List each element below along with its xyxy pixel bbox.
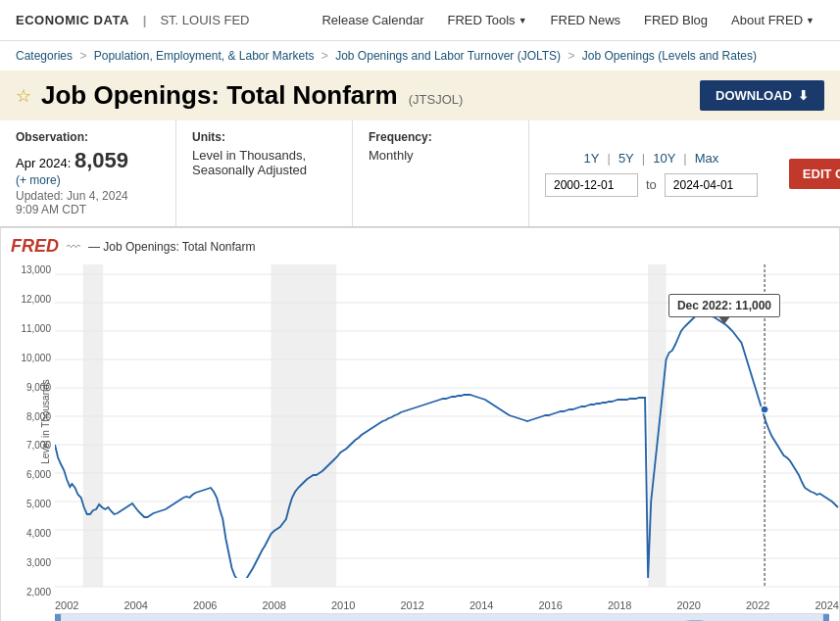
x-label-2018: 2018 (608, 599, 631, 611)
y-label-13000: 13,000 (4, 264, 51, 275)
svg-rect-0 (55, 264, 839, 578)
page-title: Job Openings: Total Nonfarm (JTSJOL) (41, 80, 463, 111)
chart-container: FRED 〰 — Job Openings: Total Nonfarm Lev… (0, 227, 840, 621)
units-label: Units: (192, 130, 336, 144)
fred-logo: FRED (11, 236, 59, 257)
y-label-2000: 2,000 (4, 587, 51, 597)
y-label-7000: 7,000 (4, 440, 51, 451)
meta-units: Units: Level in Thousands, Seasonally Ad… (176, 120, 353, 226)
y-label-9000: 9,000 (4, 382, 51, 393)
breadcrumb-jolts[interactable]: Job Openings and Labor Turnover (JOLTS) (335, 49, 561, 63)
range-5y[interactable]: 5Y (618, 151, 634, 166)
site-header: ECONOMIC DATA | ST. LOUIS FED Release Ca… (0, 0, 840, 41)
svg-rect-21 (823, 614, 829, 621)
units-value: Level in Thousands, Seasonally Adjusted (192, 148, 336, 177)
svg-rect-20 (55, 614, 61, 621)
breadcrumb-population[interactable]: Population, Employment, & Labor Markets (94, 49, 315, 63)
nav-fred-blog[interactable]: FRED Blog (634, 7, 717, 33)
series-id: (JTSJOL) (409, 92, 464, 107)
x-label-2022: 2022 (746, 599, 769, 611)
x-label-2010: 2010 (331, 599, 355, 611)
y-axis-labels: 13,000 12,000 11,000 10,000 9,000 8,000 … (4, 264, 51, 597)
x-label-2008: 2008 (263, 599, 286, 611)
x-label-2012: 2012 (401, 599, 424, 611)
title-bar-left: ☆ Job Openings: Total Nonfarm (JTSJOL) (16, 80, 463, 111)
updated-info: Updated: Jun 4, 2024 9:09 AM CDT (16, 189, 160, 216)
logo-separator: | (143, 13, 147, 27)
x-label-2016: 2016 (539, 599, 563, 611)
site-logo: ECONOMIC DATA | ST. LOUIS FED (16, 13, 249, 27)
download-icon: ⬇ (798, 88, 809, 103)
svg-point-17 (761, 406, 768, 413)
date-range-inputs: to (545, 173, 758, 197)
breadcrumb-categories[interactable]: Categories (16, 49, 73, 63)
date-to-label: to (646, 177, 657, 192)
range-10y[interactable]: 10Y (653, 151, 675, 166)
fred-tools-dropdown-arrow: ▼ (519, 16, 527, 25)
x-label-2024: 2024 (815, 599, 839, 611)
y-label-5000: 5,000 (4, 499, 51, 509)
chart-main: 13,000 12,000 11,000 10,000 9,000 8,000 … (55, 264, 839, 613)
mini-chart[interactable] (55, 613, 829, 621)
range-links: 1Y | 5Y | 10Y | Max (584, 151, 719, 166)
y-label-12000: 12,000 (4, 294, 51, 305)
frequency-value: Monthly (369, 148, 513, 163)
y-label-4000: 4,000 (4, 528, 51, 539)
svg-rect-13 (83, 264, 104, 587)
mini-chart-svg (55, 614, 829, 621)
nav-about-fred[interactable]: About FRED ▼ (721, 7, 824, 33)
main-nav: Release Calendar FRED Tools ▼ FRED News … (312, 7, 824, 33)
x-label-2006: 2006 (193, 599, 217, 611)
svg-rect-14 (272, 264, 337, 587)
edit-graph-button[interactable]: EDIT GRAPH ⚙ (789, 159, 840, 189)
breadcrumb-job-openings[interactable]: Job Openings (Levels and Rates) (582, 49, 757, 63)
breadcrumb: Categories > Population, Employment, & L… (0, 41, 840, 71)
x-label-2020: 2020 (677, 599, 701, 611)
observation-label: Observation: (16, 130, 160, 144)
y-label-6000: 6,000 (4, 469, 51, 480)
x-label-2004: 2004 (124, 599, 148, 611)
x-label-2002: 2002 (55, 599, 78, 611)
more-link[interactable]: (+ more) (16, 173, 160, 187)
y-label-11000: 11,000 (4, 323, 51, 334)
y-label-10000: 10,000 (4, 353, 51, 363)
range-1y[interactable]: 1Y (584, 151, 600, 166)
title-bar: ☆ Job Openings: Total Nonfarm (JTSJOL) D… (0, 71, 840, 120)
meta-observation: Observation: Apr 2024: 8,059 (+ more) Up… (0, 120, 176, 226)
favorite-star-icon[interactable]: ☆ (16, 85, 31, 107)
range-controls: 1Y | 5Y | 10Y | Max to (529, 120, 773, 226)
y-label-3000: 3,000 (4, 557, 51, 568)
chart-body: Level in Thousands (1, 264, 839, 613)
nav-fred-tools[interactable]: FRED Tools ▼ (438, 7, 537, 33)
date-to-input[interactable] (665, 173, 758, 197)
x-label-2014: 2014 (469, 599, 493, 611)
y-label-8000: 8,000 (4, 411, 51, 422)
edit-graph-area: EDIT GRAPH ⚙ (773, 120, 840, 226)
range-max[interactable]: Max (695, 151, 719, 166)
logo-st-louis: ST. LOUIS FED (160, 13, 249, 27)
observation-value: 8,059 (74, 148, 128, 172)
chart-svg (55, 264, 839, 597)
meta-section: Observation: Apr 2024: 8,059 (+ more) Up… (0, 120, 840, 227)
x-axis-labels: 2002 2004 2006 2008 2010 2012 2014 2016 … (55, 597, 839, 613)
meta-frequency: Frequency: Monthly (353, 120, 529, 226)
logo-economic-data: ECONOMIC DATA (16, 13, 129, 27)
svg-rect-15 (648, 264, 666, 587)
svg-rect-19 (55, 614, 829, 621)
nav-fred-news[interactable]: FRED News (541, 7, 631, 33)
about-fred-dropdown-arrow: ▼ (806, 16, 815, 25)
chart-series-label: — Job Openings: Total Nonfarm (88, 240, 256, 254)
date-from-input[interactable] (545, 173, 638, 197)
observation-date: Apr 2024: 8,059 (16, 148, 160, 173)
wave-icon: 〰 (67, 239, 80, 255)
download-button[interactable]: DOWNLOAD ⬇ (700, 80, 824, 111)
nav-release-calendar[interactable]: Release Calendar (312, 7, 433, 33)
chart-header: FRED 〰 — Job Openings: Total Nonfarm (1, 228, 839, 264)
frequency-label: Frequency: (369, 130, 513, 144)
